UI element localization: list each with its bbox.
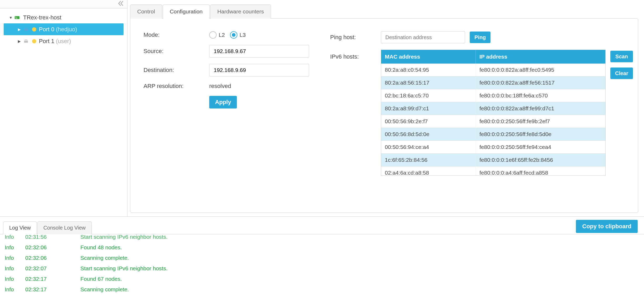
- tab-configuration[interactable]: Configuration: [163, 4, 210, 19]
- source-input[interactable]: [209, 45, 309, 58]
- log-time: 02:32:07: [25, 265, 59, 272]
- radio-l3-label: L3: [239, 32, 246, 38]
- ipv6-table-row[interactable]: 80:2a:a8:c0:54:95fe80:0:0:0:822a:a8ff:fe…: [381, 64, 605, 76]
- radio-l2[interactable]: L2: [209, 31, 225, 39]
- main-tabs: Control Configuration Hardware counters: [130, 4, 638, 18]
- tab-hardware-counters[interactable]: Hardware counters: [210, 4, 271, 19]
- tree-port-node[interactable]: ▶Port 1(user): [4, 35, 124, 47]
- ipv6-cell-mac: 80:2a:a8:56:15:17: [381, 76, 476, 89]
- status-dot-icon: [32, 27, 36, 32]
- log-line: Info02:32:17Found 67 nodes.: [5, 274, 639, 284]
- ipv6-table-row[interactable]: 02:bc:18:6a:c5:70fe80:0:0:0:bc:18ff:fe6a…: [381, 89, 605, 102]
- ipv6-cell-mac: 00:50:56:9b:2e:f7: [381, 115, 476, 128]
- ipv6-cell-ip: fe80:0:0:0:bc:18ff:fe6a:c570: [476, 89, 605, 102]
- top-region: ▼ TRex-trex-host ▶Port 0(hedjuo)▶Port 1(…: [0, 0, 644, 217]
- log-msg: Scanning complete.: [65, 286, 129, 293]
- tree-root-node[interactable]: ▼ TRex-trex-host: [4, 12, 124, 23]
- ipv6-cell-ip: fe80:0:0:0:250:56ff:fe94:cea4: [476, 141, 605, 153]
- ipv6-table-row[interactable]: 00:50:56:9b:2e:f7fe80:0:0:0:250:56ff:fe9…: [381, 115, 605, 128]
- radio-l2-label: L2: [219, 32, 225, 38]
- ipv6-col-ip[interactable]: IP address: [476, 50, 605, 64]
- ping-label: Ping host:: [330, 34, 376, 41]
- arp-row: ARP resolution: resolved: [144, 83, 309, 90]
- svg-rect-3: [24, 29, 28, 31]
- ipv6-table: MAC address IP address 80:2a:a8:c0:54:95…: [381, 50, 606, 176]
- ipv6-table-row[interactable]: 80:2a:a8:99:d7:c1fe80:0:0:0:822a:a8ff:fe…: [381, 102, 605, 115]
- ipv6-table-header: MAC address IP address: [381, 50, 605, 64]
- apply-button[interactable]: Apply: [209, 96, 237, 108]
- scan-button[interactable]: Scan: [610, 51, 633, 62]
- config-left-column: Mode: L2 L3: [144, 31, 309, 176]
- ping-row: Ping host: Ping: [330, 31, 633, 43]
- log-level: Info: [5, 265, 20, 272]
- tree-port-label: Port 0: [39, 26, 54, 33]
- ping-button[interactable]: Ping: [470, 32, 490, 43]
- main-panel: Control Configuration Hardware counters …: [127, 0, 644, 216]
- log-region: Log View Console Log View Copy to clipbo…: [0, 217, 644, 301]
- ipv6-cell-ip: fe80:0:0:0:822a:a8ff:fe99:d7c1: [476, 102, 605, 115]
- svg-rect-1: [16, 17, 16, 17]
- ipv6-col-mac[interactable]: MAC address: [381, 50, 476, 64]
- tree-root-label: TRex-trex-host: [23, 14, 61, 21]
- mode-label: Mode:: [144, 32, 209, 38]
- apply-row: Apply: [144, 96, 309, 108]
- config-grid: Mode: L2 L3: [144, 31, 625, 176]
- log-header: Log View Console Log View Copy to clipbo…: [0, 217, 644, 234]
- tab-console-log-view[interactable]: Console Log View: [37, 221, 92, 234]
- source-label: Source:: [144, 48, 209, 55]
- port-icon: [23, 38, 32, 44]
- ipv6-table-row[interactable]: 00:50:56:8d:5d:0efe80:0:0:0:250:56ff:fe8…: [381, 128, 605, 141]
- ipv6-table-row[interactable]: 00:50:56:94:ce:a4fe80:0:0:0:250:56ff:fe9…: [381, 141, 605, 154]
- ipv6-table-row[interactable]: 80:2a:a8:56:15:17fe80:0:0:0:822a:a8ff:fe…: [381, 76, 605, 89]
- caret-right-icon: ▶: [18, 27, 23, 32]
- log-level: Info: [5, 276, 20, 282]
- caret-down-icon: ▼: [9, 15, 14, 20]
- log-line: Info02:32:06Found 48 nodes.: [5, 242, 639, 253]
- ipv6-table-row[interactable]: 02:a4:6a:cd:a8:58fe80:0:0:0:a4:6aff:fecd…: [381, 167, 605, 175]
- log-line: Info02:32:07Start scanning IPv6 neighbor…: [5, 263, 639, 274]
- clear-button[interactable]: Clear: [610, 68, 633, 79]
- device-tree: ▼ TRex-trex-host ▶Port 0(hedjuo)▶Port 1(…: [0, 8, 127, 50]
- collapse-sidebar-icon[interactable]: [117, 0, 124, 8]
- log-line: Info02:32:06Scanning complete.: [5, 253, 639, 263]
- destination-row: Destination:: [144, 64, 309, 76]
- tab-panel-configuration: Mode: L2 L3: [130, 18, 638, 213]
- ipv6-cell-ip: fe80:0:0:0:822a:a8ff:fe56:1517: [476, 76, 605, 89]
- tab-log-view[interactable]: Log View: [3, 221, 37, 234]
- ping-input[interactable]: [381, 31, 465, 43]
- ipv6-label: IPv6 hosts:: [330, 50, 376, 60]
- ipv6-cell-ip: fe80:0:0:0:250:56ff:fe8d:5d0e: [476, 128, 605, 141]
- log-level: Info: [5, 255, 20, 261]
- log-line: Info02:31:56Start scanning IPv6 neighbor…: [5, 234, 639, 242]
- copy-clipboard-button[interactable]: Copy to clipboard: [576, 220, 638, 233]
- tree-port-node[interactable]: ▶Port 0(hedjuo): [4, 23, 124, 35]
- destination-input[interactable]: [209, 64, 309, 76]
- ipv6-table-body[interactable]: 80:2a:a8:c0:54:95fe80:0:0:0:822a:a8ff:fe…: [381, 64, 605, 175]
- caret-right-icon: ▶: [18, 39, 23, 43]
- ipv6-table-row[interactable]: 1c:6f:65:2b:84:56fe80:0:0:0:1e6f:65ff:fe…: [381, 154, 605, 167]
- tab-control[interactable]: Control: [130, 4, 162, 19]
- port-icon: [23, 27, 32, 32]
- ipv6-cell-ip: fe80:0:0:0:822a:a8ff:fec0:5495: [476, 64, 605, 76]
- log-msg: Start scanning IPv6 neighbor hosts.: [65, 234, 168, 240]
- ipv6-cell-mac: 1c:6f:65:2b:84:56: [381, 154, 476, 166]
- radio-l3[interactable]: L3: [230, 31, 246, 39]
- log-body[interactable]: Info02:31:56Start scanning IPv6 neighbor…: [0, 234, 644, 301]
- ipv6-cell-ip: fe80:0:0:0:250:56ff:fe9b:2ef7: [476, 115, 605, 128]
- arp-value: resolved: [209, 83, 231, 90]
- sidebar: ▼ TRex-trex-host ▶Port 0(hedjuo)▶Port 1(…: [0, 0, 127, 216]
- log-level: Info: [5, 234, 20, 240]
- ipv6-cell-mac: 00:50:56:8d:5d:0e: [381, 128, 476, 141]
- svg-rect-2: [16, 18, 17, 18]
- ipv6-cell-mac: 02:a4:6a:cd:a8:58: [381, 167, 476, 175]
- ipv6-row: IPv6 hosts: MAC address IP address 80:2a…: [330, 50, 633, 176]
- log-time: 02:31:56: [25, 234, 59, 240]
- sidebar-header: [0, 0, 127, 8]
- mode-control: L2 L3: [209, 31, 309, 39]
- log-msg: Found 67 nodes.: [65, 276, 122, 282]
- ipv6-buttons: Scan Clear: [610, 50, 633, 79]
- app-root: ▼ TRex-trex-host ▶Port 0(hedjuo)▶Port 1(…: [0, 0, 644, 301]
- tree-port-label: Port 1: [39, 38, 54, 45]
- log-time: 02:32:17: [25, 286, 59, 293]
- log-level: Info: [5, 244, 20, 251]
